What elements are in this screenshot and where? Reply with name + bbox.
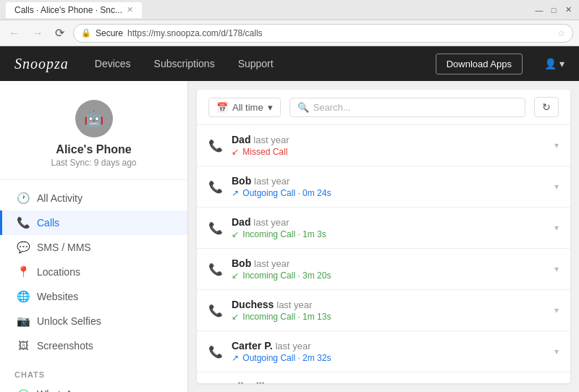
close-icon[interactable]: ✕ xyxy=(563,5,573,15)
call-details: Bob last year ↗ Outgoing Call · 0m 24s xyxy=(232,175,554,198)
call-details: Lil' Bill last year ↙ Missed Call xyxy=(232,381,554,383)
call-type-label: Outgoing Call · 2m 32s xyxy=(242,353,331,363)
call-item[interactable]: 📞 Bob last year ↙ Incoming Call · 3m 20s… xyxy=(197,249,570,290)
sidebar: 🤖 Alice's Phone Last Sync: 9 days ago 🕐 … xyxy=(0,81,188,392)
call-details: Dad last year ↙ Incoming Call · 1m 3s xyxy=(232,216,554,239)
call-meta: ↙ Missed Call xyxy=(232,147,554,157)
sidebar-item-calls[interactable]: 📞 Calls xyxy=(0,210,187,235)
phone-icon: 📞 xyxy=(208,345,223,359)
maximize-icon[interactable]: □ xyxy=(549,5,559,15)
whatsapp-icon: ◯ xyxy=(17,388,30,392)
url-bar[interactable]: 🔒 Secure https://my.snoopza.com/d/178/ca… xyxy=(73,24,573,43)
forward-btn[interactable]: → xyxy=(29,25,46,41)
avatar: 🤖 xyxy=(75,100,113,137)
content-toolbar: 📅 All time ▾ 🔍 Search... ↻ xyxy=(197,90,570,125)
tab-title: Calls · Alice's Phone · Snc... xyxy=(14,5,122,15)
minimize-icon[interactable]: — xyxy=(534,5,544,15)
refresh-button[interactable]: ↻ xyxy=(534,97,559,117)
call-direction-icon: ↙ xyxy=(232,270,239,281)
sidebar-item-all-activity[interactable]: 🕐 All Activity xyxy=(0,186,187,210)
calendar-icon: 📅 xyxy=(216,102,228,113)
call-item[interactable]: 📞 Dad last year ↙ Missed Call ▾ xyxy=(197,125,570,166)
user-chevron-icon: ▾ xyxy=(559,58,565,69)
expand-icon[interactable]: ▾ xyxy=(554,140,559,150)
tab-close-icon[interactable]: ✕ xyxy=(127,5,133,14)
chats-section-label: CHATS xyxy=(0,363,187,382)
call-direction-icon: ↗ xyxy=(232,353,239,363)
app-navbar: Snoopza Devices Subscriptions Support Do… xyxy=(0,46,579,81)
nav-subscriptions[interactable]: Subscriptions xyxy=(150,55,219,72)
download-apps-button[interactable]: Download Apps xyxy=(436,54,523,74)
call-meta: ↙ Incoming Call · 1m 3s xyxy=(232,229,554,239)
call-type-label: Incoming Call · 3m 20s xyxy=(242,270,331,281)
call-item[interactable]: 📞 Lil' Bill last year ↙ Missed Call ▾ xyxy=(197,372,570,383)
app-body: 🤖 Alice's Phone Last Sync: 9 days ago 🕐 … xyxy=(0,81,579,392)
sidebar-chat-label: WhatsApp xyxy=(37,388,84,392)
expand-icon[interactable]: ▾ xyxy=(554,182,559,192)
phone-name: Alice's Phone xyxy=(12,143,176,156)
call-direction-icon: ↙ xyxy=(232,229,239,239)
call-meta: ↙ Incoming Call · 1m 13s xyxy=(232,312,554,322)
browser-tab[interactable]: Calls · Alice's Phone · Snc... ✕ xyxy=(6,2,142,18)
calls-list: 📞 Dad last year ↙ Missed Call ▾ 📞 Bob la… xyxy=(197,125,570,383)
time-filter-button[interactable]: 📅 All time ▾ xyxy=(208,98,281,117)
back-btn[interactable]: ← xyxy=(6,25,23,41)
search-box[interactable]: 🔍 Search... xyxy=(290,98,525,117)
nav-devices[interactable]: Devices xyxy=(90,55,135,72)
call-details: Bob last year ↙ Incoming Call · 3m 20s xyxy=(232,257,554,281)
call-item[interactable]: 📞 Duchess last year ↙ Incoming Call · 1m… xyxy=(197,290,570,331)
call-contact-name: Dad last year xyxy=(232,134,554,145)
logo: Snoopza xyxy=(14,56,69,72)
phone-icon: 📞 xyxy=(208,139,223,153)
call-direction-icon: ↗ xyxy=(232,188,239,198)
expand-icon[interactable]: ▾ xyxy=(554,346,559,357)
bookmark-icon[interactable]: ☆ xyxy=(557,28,565,38)
sidebar-nav: 🕐 All Activity 📞 Calls 💬 SMS / MMS 📍 Loc… xyxy=(0,180,187,363)
sidebar-item-screenshots[interactable]: 🖼 Screenshots xyxy=(0,333,187,357)
expand-icon[interactable]: ▾ xyxy=(554,223,559,233)
reload-btn[interactable]: ⟳ xyxy=(52,25,67,41)
sidebar-nav-icon: 💬 xyxy=(17,241,30,254)
sidebar-item-unlock-selfies[interactable]: 📷 Unlock Selfies xyxy=(0,309,187,333)
window-controls: — □ ✕ xyxy=(534,5,573,15)
call-contact-name: Bob last year xyxy=(232,175,554,187)
call-contact-name: Carter P. last year xyxy=(232,340,554,351)
sidebar-item-label: Websites xyxy=(37,291,78,302)
call-direction-icon: ↙ xyxy=(232,147,239,157)
call-meta: ↗ Outgoing Call · 0m 24s xyxy=(232,188,554,198)
call-details: Duchess last year ↙ Incoming Call · 1m 1… xyxy=(232,299,554,322)
user-avatar-icon: 👤 xyxy=(544,58,557,69)
sidebar-item-whatsapp[interactable]: ◯ WhatsApp xyxy=(0,382,187,392)
expand-icon[interactable]: ▾ xyxy=(554,305,559,315)
sidebar-item-locations[interactable]: 📍 Locations xyxy=(0,260,187,284)
call-meta: ↗ Outgoing Call · 2m 32s xyxy=(232,353,554,363)
browser-titlebar: Calls · Alice's Phone · Snc... ✕ — □ ✕ xyxy=(0,0,579,20)
sidebar-item-label: Calls xyxy=(37,217,59,229)
call-item[interactable]: 📞 Carter P. last year ↗ Outgoing Call · … xyxy=(197,331,570,372)
call-type-label: Incoming Call · 1m 3s xyxy=(242,229,326,239)
phone-icon: 📞 xyxy=(208,304,223,318)
secure-label: Secure xyxy=(96,28,123,38)
nav-support[interactable]: Support xyxy=(234,55,278,72)
user-menu-button[interactable]: 👤 ▾ xyxy=(544,58,565,69)
sidebar-item-label: SMS / MMS xyxy=(37,242,91,253)
main-content: 📅 All time ▾ 🔍 Search... ↻ 📞 Dad last ye… xyxy=(197,90,570,383)
sidebar-item-label: All Activity xyxy=(37,192,83,204)
sidebar-item-sms---mms[interactable]: 💬 SMS / MMS xyxy=(0,235,187,260)
filter-label: All time xyxy=(232,102,263,113)
sidebar-nav-icon: 📍 xyxy=(17,265,30,278)
call-item[interactable]: 📞 Dad last year ↙ Incoming Call · 1m 3s … xyxy=(197,208,570,249)
call-item[interactable]: 📞 Bob last year ↗ Outgoing Call · 0m 24s… xyxy=(197,166,570,208)
sidebar-item-websites[interactable]: 🌐 Websites xyxy=(0,284,187,309)
call-meta: ↙ Incoming Call · 3m 20s xyxy=(232,270,554,281)
call-contact-name: Bob last year xyxy=(232,257,554,269)
filter-chevron-icon: ▾ xyxy=(268,102,273,113)
sync-status: Last Sync: 9 days ago xyxy=(12,158,176,168)
call-details: Carter P. last year ↗ Outgoing Call · 2m… xyxy=(232,340,554,363)
expand-icon[interactable]: ▾ xyxy=(554,264,559,274)
call-contact-name: Dad last year xyxy=(232,216,554,228)
phone-icon: 📞 xyxy=(208,221,223,235)
sidebar-nav-icon: 🕐 xyxy=(17,192,30,205)
call-details: Dad last year ↙ Missed Call xyxy=(232,134,554,157)
phone-icon: 📞 xyxy=(208,180,223,194)
